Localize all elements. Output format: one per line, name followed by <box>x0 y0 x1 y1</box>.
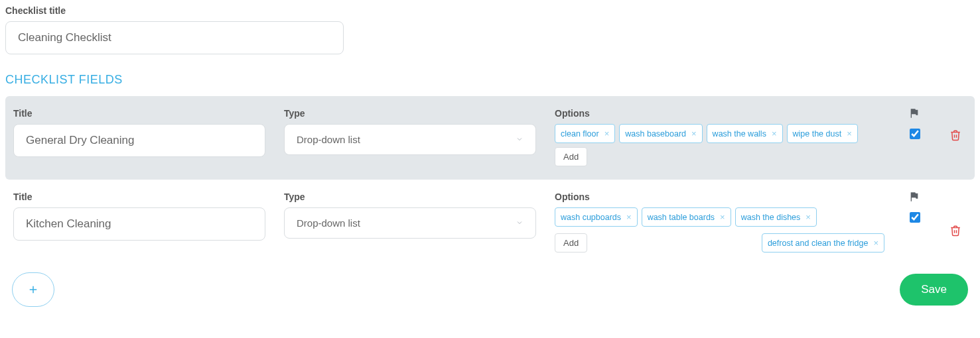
title-label: Title <box>13 108 265 119</box>
add-option-button[interactable]: Add <box>555 233 587 253</box>
option-tag-text: wash the dishes <box>741 213 801 222</box>
type-label: Type <box>284 108 536 119</box>
option-tag-text: wash baseboard <box>625 129 686 139</box>
option-tag-text: defrost and clean the fridge <box>768 239 869 248</box>
option-tag[interactable]: wash the dishes× <box>735 207 817 227</box>
field-type-select[interactable]: Drop-down list <box>284 207 536 239</box>
field-row: Title Type Drop-down list Options wash c… <box>5 180 975 266</box>
add-option-button[interactable]: Add <box>555 147 587 166</box>
title-label: Title <box>13 192 265 202</box>
remove-tag-icon[interactable]: × <box>805 212 811 222</box>
remove-tag-icon[interactable]: × <box>873 238 878 248</box>
remove-tag-icon[interactable]: × <box>626 212 632 222</box>
option-tag[interactable]: wash cupboards× <box>555 207 638 227</box>
remove-tag-icon[interactable]: × <box>691 129 697 139</box>
field-type-value: Drop-down list <box>297 217 360 229</box>
option-tag[interactable]: wash the walls× <box>707 124 783 143</box>
field-type-value: Drop-down list <box>297 134 360 145</box>
option-tag-text: wash cupboards <box>561 213 621 222</box>
option-tag[interactable]: wipe the dust× <box>787 124 858 143</box>
field-row: Title Type Drop-down list Options clean … <box>5 96 975 180</box>
option-tag-text: wash table boards <box>648 213 715 222</box>
option-tag-text: clean floor <box>561 129 599 139</box>
flag-icon[interactable] <box>909 192 920 205</box>
remove-tag-icon[interactable]: × <box>604 129 610 139</box>
option-tag[interactable]: wash table boards× <box>642 207 731 227</box>
option-tag-text: wash the walls <box>713 129 766 139</box>
delete-icon[interactable] <box>949 129 961 144</box>
options-label: Options <box>555 192 884 202</box>
field-title-input[interactable] <box>13 124 265 157</box>
flag-icon[interactable] <box>909 108 920 121</box>
option-tag[interactable]: defrost and clean the fridge× <box>762 233 884 253</box>
options-label: Options <box>555 108 884 119</box>
options-tags: wash cupboards× wash table boards× wash … <box>555 207 884 227</box>
options-tags: clean floor× wash baseboard× wash the wa… <box>555 124 884 166</box>
add-field-button[interactable] <box>12 272 54 307</box>
option-tag-text: wipe the dust <box>793 129 842 139</box>
chevron-down-icon <box>516 134 524 145</box>
save-button[interactable]: Save <box>900 274 968 306</box>
type-label: Type <box>284 192 536 202</box>
chevron-down-icon <box>516 217 524 229</box>
field-checkbox[interactable] <box>910 129 920 139</box>
option-tag[interactable]: clean floor× <box>555 124 615 143</box>
checklist-title-input[interactable] <box>5 21 344 54</box>
field-type-select[interactable]: Drop-down list <box>284 124 536 155</box>
field-checkbox[interactable] <box>910 212 920 223</box>
delete-icon[interactable] <box>949 225 961 239</box>
checklist-fields-heading: CHECKLIST FIELDS <box>5 73 975 87</box>
remove-tag-icon[interactable]: × <box>772 129 777 139</box>
remove-tag-icon[interactable]: × <box>720 212 725 222</box>
checklist-title-label: Checklist title <box>5 5 975 16</box>
remove-tag-icon[interactable]: × <box>847 129 852 139</box>
option-tag[interactable]: wash baseboard× <box>619 124 702 143</box>
field-title-input[interactable] <box>13 207 265 241</box>
